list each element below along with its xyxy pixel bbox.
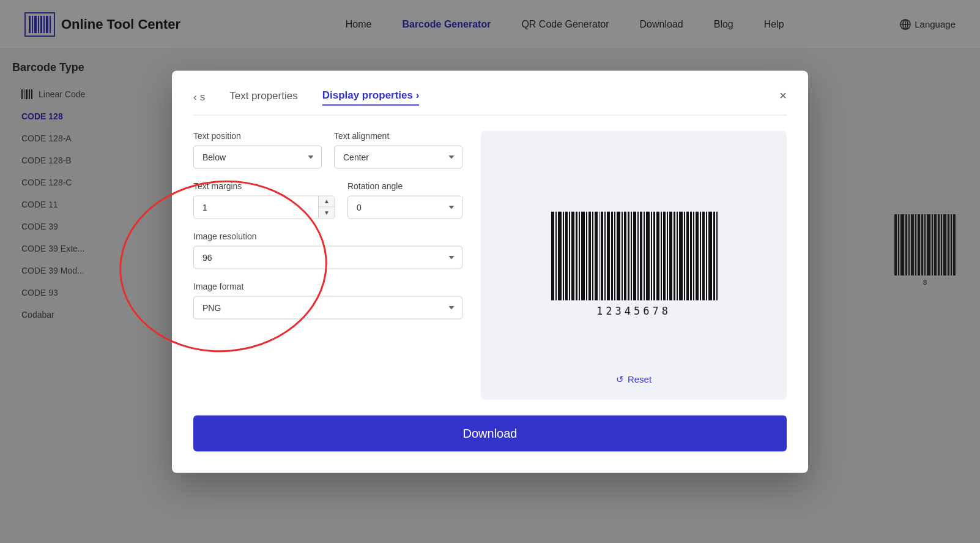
- svg-rect-44: [576, 212, 577, 301]
- modal-preview: 12345678 ↺ Reset: [481, 130, 787, 400]
- svg-rect-56: [614, 212, 615, 301]
- svg-rect-85: [708, 212, 712, 301]
- tab-prev[interactable]: ‹ s: [193, 91, 205, 103]
- rotation-angle-group: Rotation angle 0 90 180 270: [347, 181, 462, 219]
- svg-rect-37: [551, 212, 554, 301]
- form-row-1: Text position Below Above None Text alig…: [193, 130, 462, 168]
- modal-form: Text position Below Above None Text alig…: [193, 130, 462, 400]
- reset-button[interactable]: ↺ Reset: [616, 373, 651, 384]
- svg-rect-58: [622, 212, 623, 301]
- svg-rect-46: [581, 212, 585, 301]
- svg-rect-45: [579, 212, 580, 301]
- svg-rect-74: [674, 212, 675, 301]
- svg-rect-68: [653, 212, 655, 301]
- svg-rect-78: [686, 212, 689, 301]
- svg-rect-64: [640, 212, 642, 301]
- text-margins-group: Text margins ▲ ▼: [193, 181, 335, 219]
- svg-rect-51: [599, 212, 600, 301]
- rotation-angle-label: Rotation angle: [347, 181, 462, 190]
- image-format-select[interactable]: PNG JPG SVG BMP: [193, 296, 462, 319]
- svg-rect-73: [669, 212, 672, 301]
- svg-rect-43: [571, 212, 574, 301]
- image-resolution-group: Image resolution 72 96 150 300: [193, 231, 462, 269]
- svg-rect-57: [617, 212, 620, 301]
- svg-rect-80: [693, 212, 694, 301]
- svg-rect-40: [563, 212, 564, 301]
- tab-display-properties[interactable]: Display properties ›: [322, 89, 420, 105]
- barcode-preview: 12345678: [548, 212, 719, 319]
- svg-rect-75: [677, 212, 678, 301]
- svg-rect-69: [656, 212, 659, 301]
- svg-rect-79: [690, 212, 692, 301]
- svg-rect-70: [661, 212, 662, 301]
- svg-rect-67: [651, 212, 652, 301]
- svg-rect-47: [586, 212, 587, 301]
- image-resolution-select[interactable]: 72 96 150 300: [193, 245, 462, 269]
- svg-rect-38: [555, 212, 557, 301]
- svg-rect-76: [679, 212, 683, 301]
- barcode-svg: 12345678: [548, 212, 719, 319]
- svg-rect-87: [716, 212, 718, 301]
- close-button[interactable]: ×: [779, 89, 787, 101]
- svg-rect-62: [633, 212, 636, 301]
- svg-rect-65: [644, 212, 645, 301]
- svg-rect-48: [588, 212, 591, 301]
- svg-rect-39: [558, 212, 562, 301]
- svg-rect-42: [569, 212, 570, 301]
- rotation-angle-select[interactable]: 0 90 180 270: [347, 195, 462, 219]
- chevron-left-icon: ‹: [193, 91, 197, 103]
- svg-rect-54: [607, 212, 610, 301]
- image-format-label: Image format: [193, 281, 462, 291]
- svg-rect-84: [706, 212, 707, 301]
- chevron-right-icon: ›: [416, 89, 420, 100]
- text-margins-input[interactable]: [194, 196, 318, 218]
- text-margins-label: Text margins: [193, 181, 335, 190]
- svg-rect-50: [595, 212, 598, 301]
- svg-rect-49: [592, 212, 593, 301]
- download-button[interactable]: Download: [193, 415, 787, 451]
- svg-text:12345678: 12345678: [596, 305, 671, 317]
- svg-rect-60: [628, 212, 629, 301]
- svg-rect-82: [700, 212, 701, 301]
- svg-rect-52: [601, 212, 603, 301]
- svg-rect-81: [696, 212, 699, 301]
- image-resolution-label: Image resolution: [193, 231, 462, 241]
- svg-rect-59: [624, 212, 626, 301]
- modal-body: Text position Below Above None Text alig…: [193, 130, 787, 400]
- svg-rect-72: [667, 212, 668, 301]
- tab-text-properties[interactable]: Text properties: [229, 89, 298, 105]
- modal-tabs: ‹ s Text properties Display properties ›…: [193, 89, 787, 115]
- svg-rect-83: [702, 212, 705, 301]
- svg-rect-63: [637, 212, 639, 301]
- svg-rect-66: [646, 212, 650, 301]
- spinner-up-button[interactable]: ▲: [319, 196, 335, 208]
- svg-rect-71: [663, 212, 666, 301]
- text-alignment-group: Text alignment Center Left Right: [334, 130, 462, 168]
- svg-rect-53: [604, 212, 606, 301]
- svg-rect-61: [631, 212, 632, 301]
- svg-rect-86: [713, 212, 715, 301]
- form-row-2: Text margins ▲ ▼ Rotation angle 0 90: [193, 181, 462, 219]
- text-alignment-label: Text alignment: [334, 130, 462, 140]
- text-alignment-select[interactable]: Center Left Right: [334, 145, 462, 168]
- modal: ‹ s Text properties Display properties ›…: [172, 70, 808, 473]
- reset-label: Reset: [628, 374, 651, 384]
- reset-icon: ↺: [616, 373, 624, 384]
- svg-rect-77: [684, 212, 685, 301]
- text-position-group: Text position Below Above None: [193, 130, 322, 168]
- spinner-down-button[interactable]: ▼: [319, 208, 335, 219]
- svg-rect-41: [565, 212, 568, 301]
- text-position-label: Text position: [193, 130, 322, 140]
- svg-rect-55: [611, 212, 613, 301]
- text-margins-spinner: ▲ ▼: [193, 195, 335, 219]
- image-format-group: Image format PNG JPG SVG BMP: [193, 281, 462, 319]
- text-position-select[interactable]: Below Above None: [193, 145, 322, 168]
